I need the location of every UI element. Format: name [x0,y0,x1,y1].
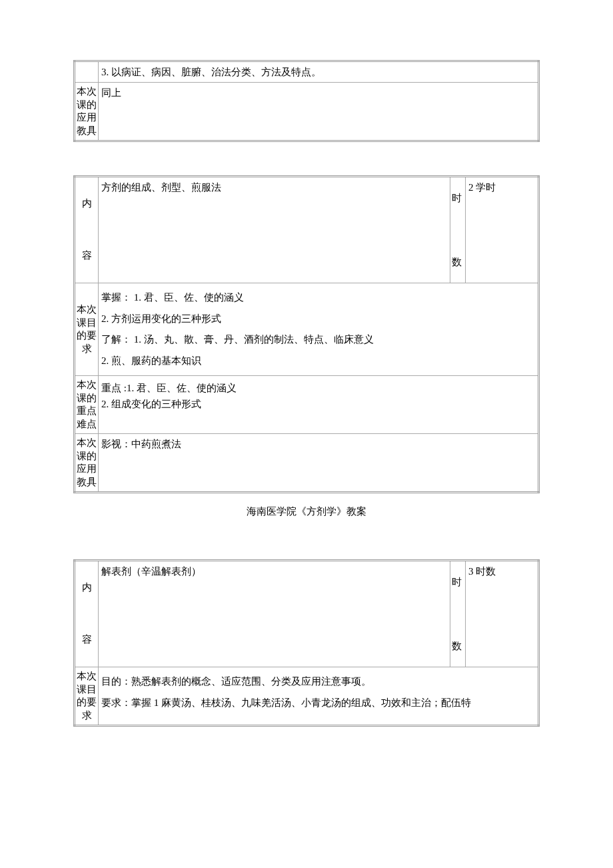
tools-label: 本次课的应用教具 [75,434,99,493]
focus-label: 本次课的重点难点 [75,376,99,434]
hours-value: 2 学时 [466,177,539,283]
req-line-1: 掌握： 1. 君、臣、佐、使的涵义 [101,287,535,309]
requirements-text: 目的：熟悉解表剂的概念、适应范围、分类及应用注意事项。 要求：掌握 1 麻黄汤、… [99,667,539,726]
hours-label: 时 数 [450,561,466,667]
prev-row-text: 3. 以病证、病因、脏腑、治法分类、方法及特点。 [99,61,539,83]
requirements-label: 本次课目的要求 [75,283,99,376]
content-text: 方剂的组成、剂型、煎服法 [99,177,450,283]
requirements-label: 本次课目的要求 [75,667,99,726]
document-caption: 海南医学院《方剂学》教案 [73,503,540,519]
focus-line-1: 重点 :1. 君、臣、佐、使的涵义 [101,380,535,396]
lesson-table-continuation: 3. 以病证、病因、脏腑、治法分类、方法及特点。 本次课的应用教具 同上 [73,60,540,142]
hours-label: 时 数 [450,177,466,283]
prev-empty-label [75,61,99,83]
tools-text: 影视：中药煎煮法 [99,434,539,493]
req-line-2: 2. 方剂运用变化的三种形式 [101,309,535,330]
req-line-3: 了解： 1. 汤、丸、散、膏、丹、酒剂的制法、特点、临床意义 [101,329,535,351]
tools-text: 同上 [99,83,539,141]
lesson-table-composition: 内 容 方剂的组成、剂型、煎服法 时 数 2 学时 本次课目的要求 掌握： 1.… [73,175,540,493]
content-label: 内 容 [75,561,99,667]
content-text: 解表剂（辛温解表剂） [99,561,450,667]
content-label: 内 容 [75,177,99,283]
req-line-4: 2. 煎、服药的基本知识 [101,351,535,372]
hours-value: 3 时数 [466,561,539,667]
tools-label: 本次课的应用教具 [75,83,99,141]
lesson-table-jiebiao: 内 容 解表剂（辛温解表剂） 时 数 3 时数 本次课目的要求 目的：熟悉解表剂… [73,559,540,727]
focus-line-2: 2. 组成变化的三种形式 [101,396,535,412]
requirements-text: 掌握： 1. 君、臣、佐、使的涵义 2. 方剂运用变化的三种形式 了解： 1. … [99,283,539,376]
req-line-1: 目的：熟悉解表剂的概念、适应范围、分类及应用注意事项。 [101,671,535,693]
req-line-2: 要求：掌握 1 麻黄汤、桂枝汤、九味羌活汤、小青龙汤的组成、功效和主治；配伍特 [101,693,535,714]
focus-text: 重点 :1. 君、臣、佐、使的涵义 2. 组成变化的三种形式 [99,376,539,434]
